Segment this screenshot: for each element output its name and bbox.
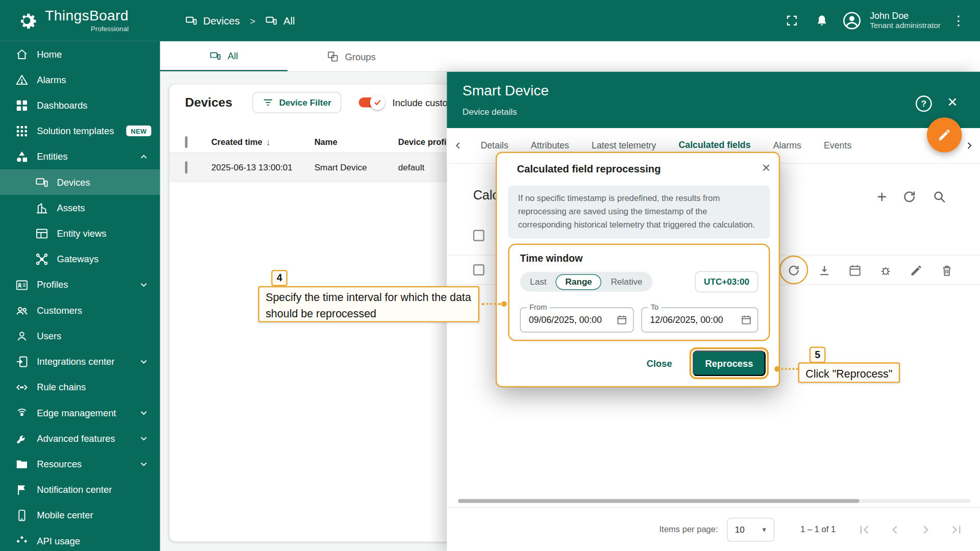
sidebar-item-profiles[interactable]: Profiles xyxy=(0,272,160,297)
tab-all[interactable]: All xyxy=(160,41,287,71)
option-relative[interactable]: Relative xyxy=(603,273,651,290)
download-icon[interactable] xyxy=(818,264,831,278)
sidebar-item-gateways[interactable]: Gateways xyxy=(0,246,160,271)
sidebar-item-edge-management[interactable]: Edge management xyxy=(0,400,160,425)
events-calendar-icon[interactable] xyxy=(848,264,862,278)
sidebar-item-mobile-center[interactable]: Mobile center xyxy=(0,502,160,528)
header-actions: John Doe Tenant administrator ⋮ xyxy=(778,8,970,34)
time-window-title: Time window xyxy=(520,253,758,264)
first-page-button[interactable] xyxy=(857,522,872,537)
sidebar-item-entities[interactable]: Entities xyxy=(0,144,160,169)
close-button[interactable]: Close xyxy=(638,353,680,374)
sidebar-item-api-usage[interactable]: API usage xyxy=(0,528,160,551)
pagination-buttons xyxy=(857,522,964,537)
next-page-button[interactable] xyxy=(918,522,933,537)
date-range-fields: From 09/06/2025, 00:00 To 12/06/2025, 00… xyxy=(520,307,758,332)
add-calculated-field-button[interactable]: + xyxy=(877,189,887,204)
device-filter-label: Device Filter xyxy=(279,97,331,108)
include-customer-toggle[interactable] xyxy=(359,97,383,108)
sidebar-item-notification-center[interactable]: Notification center xyxy=(0,477,160,502)
breadcrumb-all-label: All xyxy=(283,15,295,27)
sidebar-item-solution-templates[interactable]: Solution templates NEW xyxy=(0,118,160,143)
sidebar-item-home[interactable]: Home xyxy=(0,41,160,67)
groups-icon xyxy=(327,51,338,62)
drawer-close-button[interactable]: × xyxy=(945,92,960,112)
option-last[interactable]: Last xyxy=(522,273,554,290)
debug-bug-icon[interactable] xyxy=(879,264,893,278)
tabs-scroll-left-button[interactable] xyxy=(447,139,470,152)
step-5-callout: Click "Reprocess" xyxy=(798,362,900,383)
edit-pencil-icon[interactable] xyxy=(910,264,923,278)
entities-icon xyxy=(15,149,29,163)
sidebar-item-dashboards[interactable]: Dashboards xyxy=(0,92,160,118)
reprocess-button[interactable]: Reprocess xyxy=(693,350,766,376)
refresh-button[interactable] xyxy=(902,189,917,204)
tab-all-label: All xyxy=(228,51,238,61)
breadcrumb-devices[interactable]: Devices xyxy=(185,14,239,27)
column-name[interactable]: Name xyxy=(314,137,398,146)
pagination-range: 1 – 1 of 1 xyxy=(800,525,836,534)
tab-groups-label: Groups xyxy=(345,51,376,62)
sidebar-item-users[interactable]: Users xyxy=(0,323,160,348)
notifications-bell-button[interactable] xyxy=(808,8,835,34)
sidebar-item-alarms[interactable]: Alarms xyxy=(0,67,160,92)
row-actions xyxy=(787,264,954,278)
field-row-checkbox[interactable] xyxy=(473,264,484,276)
sidebar-item-label: Notification center xyxy=(37,484,112,495)
sidebar-item-devices[interactable]: Devices xyxy=(0,169,160,195)
thingsboard-app: ThingsBoard Professional Devices > xyxy=(0,0,980,551)
page-size-select[interactable]: 10 ▾ xyxy=(727,517,774,541)
sort-desc-icon[interactable]: ↓ xyxy=(266,137,271,147)
devices-icon xyxy=(35,175,49,189)
row-checkbox[interactable] xyxy=(185,161,187,173)
edit-fab-button[interactable] xyxy=(927,117,962,153)
users-icon xyxy=(15,329,29,343)
breadcrumb-all[interactable]: All xyxy=(265,14,295,27)
dashboards-icon xyxy=(15,98,29,112)
calendar-icon[interactable] xyxy=(741,314,752,325)
items-per-page-label: Items per page: xyxy=(659,525,718,534)
sidebar-item-entity-views[interactable]: Entity views xyxy=(0,220,160,246)
help-button[interactable]: ? xyxy=(916,95,932,112)
last-page-button[interactable] xyxy=(949,522,964,537)
overflow-menu-icon[interactable]: ⋮ xyxy=(947,13,970,28)
drawer-subtitle: Device details xyxy=(462,107,517,117)
scrollbar-thumb[interactable] xyxy=(458,499,860,503)
dialog-close-button[interactable]: × xyxy=(758,158,774,178)
app-name: ThingsBoard xyxy=(45,9,129,23)
breadcrumb-devices-label: Devices xyxy=(203,15,240,27)
select-all-checkbox[interactable] xyxy=(185,136,187,148)
user-avatar[interactable] xyxy=(839,8,865,34)
column-created-time[interactable]: Created time xyxy=(211,137,262,146)
delete-trash-icon[interactable] xyxy=(940,264,954,278)
option-range[interactable]: Range xyxy=(556,274,601,290)
thingsboard-logo[interactable]: ThingsBoard Professional xyxy=(15,9,156,33)
tab-events[interactable]: Events xyxy=(813,128,863,163)
search-button[interactable] xyxy=(932,189,946,204)
device-filter-button[interactable]: Device Filter xyxy=(252,92,341,113)
app-edition: Professional xyxy=(45,25,129,33)
chevron-down-icon xyxy=(137,432,150,444)
timezone-button[interactable]: UTC+03:00 xyxy=(695,271,758,292)
to-date-field[interactable]: To 12/06/2025, 00:00 xyxy=(641,307,758,332)
from-value: 09/06/2025, 00:00 xyxy=(521,315,602,325)
sidebar-item-integrations-center[interactable]: Integrations center xyxy=(0,348,160,374)
devices-icon xyxy=(209,49,221,61)
sidebar-item-label: Advanced features xyxy=(37,433,115,444)
fullscreen-button[interactable] xyxy=(778,8,804,34)
page-title: Devices xyxy=(185,95,232,110)
calendar-icon[interactable] xyxy=(616,314,627,325)
select-all-fields-checkbox[interactable] xyxy=(473,230,484,241)
tabs-scroll-right-button[interactable] xyxy=(959,139,980,152)
tab-groups[interactable]: Groups xyxy=(287,41,415,71)
previous-page-button[interactable] xyxy=(888,522,902,537)
dialog-title: Calculated field reprocessing xyxy=(517,163,661,175)
sidebar-item-resources[interactable]: Resources xyxy=(0,451,160,477)
sidebar-item-advanced-features[interactable]: Advanced features xyxy=(0,425,160,451)
sidebar-item-customers[interactable]: Customers xyxy=(0,297,160,323)
sidebar-item-assets[interactable]: Assets xyxy=(0,195,160,220)
sidebar-item-label: Customers xyxy=(37,305,82,316)
breadcrumb: Devices > All xyxy=(185,14,295,27)
sidebar-item-rule-chains[interactable]: Rule chains xyxy=(0,374,160,399)
from-date-field[interactable]: From 09/06/2025, 00:00 xyxy=(520,307,634,332)
